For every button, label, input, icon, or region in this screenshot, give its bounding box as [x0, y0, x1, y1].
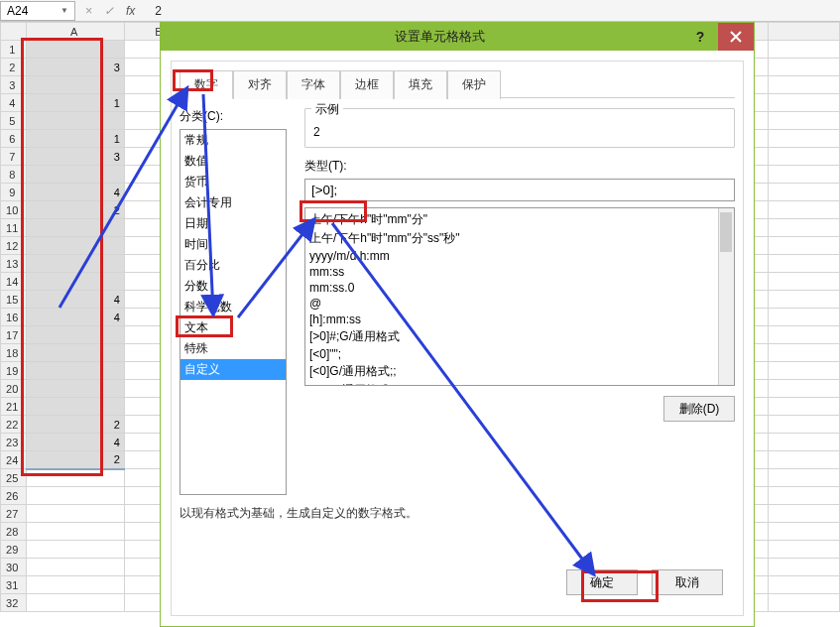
- cell[interactable]: 3: [27, 59, 125, 76]
- row-header[interactable]: 15: [1, 291, 27, 309]
- cell[interactable]: [27, 344, 125, 362]
- cell[interactable]: [768, 94, 839, 112]
- dialog-titlebar[interactable]: 设置单元格格式 ?: [161, 23, 754, 51]
- row-header[interactable]: 6: [1, 130, 27, 148]
- tab-数字[interactable]: 数字: [180, 70, 233, 99]
- column-header[interactable]: A: [27, 23, 125, 41]
- cell[interactable]: [768, 344, 839, 362]
- row-header[interactable]: 30: [1, 559, 27, 576]
- row-header[interactable]: 12: [1, 237, 27, 255]
- cell[interactable]: [768, 148, 839, 166]
- row-header[interactable]: 28: [1, 523, 27, 541]
- row-header[interactable]: 22: [1, 416, 27, 434]
- format-item[interactable]: 上午/下午h"时"mm"分"ss"秒": [309, 229, 730, 248]
- row-header[interactable]: 26: [1, 487, 27, 505]
- row-header[interactable]: 5: [1, 112, 27, 130]
- cell[interactable]: [27, 166, 125, 184]
- cell[interactable]: 4: [27, 291, 125, 309]
- close-button[interactable]: [718, 23, 754, 51]
- row-header[interactable]: 18: [1, 344, 27, 362]
- row-header[interactable]: 27: [1, 505, 27, 523]
- cell[interactable]: [27, 255, 125, 273]
- cell[interactable]: 1: [27, 130, 125, 148]
- format-item[interactable]: 上午/下午h"时"mm"分": [309, 210, 730, 229]
- cell[interactable]: [27, 594, 125, 612]
- format-item[interactable]: yyyy/m/d h:mm: [309, 248, 730, 264]
- format-item[interactable]: [h]:mm:ss: [309, 312, 730, 327]
- format-item[interactable]: [>0]G/通用格式;: [309, 381, 730, 386]
- row-header[interactable]: 9: [1, 184, 27, 201]
- cancel-button[interactable]: 取消: [652, 569, 723, 595]
- row-header[interactable]: 24: [1, 451, 27, 469]
- row-header[interactable]: 29: [1, 541, 27, 559]
- delete-button[interactable]: 删除(D): [663, 396, 735, 422]
- cell[interactable]: [768, 505, 839, 523]
- row-header[interactable]: 14: [1, 273, 27, 291]
- cell[interactable]: [768, 237, 839, 255]
- cell[interactable]: [768, 219, 839, 237]
- cell[interactable]: 2: [27, 416, 125, 434]
- cell[interactable]: [27, 559, 125, 576]
- row-header[interactable]: 17: [1, 326, 27, 344]
- format-item[interactable]: [<0]"";: [309, 346, 730, 362]
- cell[interactable]: [768, 41, 839, 59]
- cell[interactable]: [768, 434, 839, 451]
- check-icon[interactable]: ✓: [104, 4, 114, 18]
- cell[interactable]: [768, 398, 839, 416]
- cell[interactable]: [27, 219, 125, 237]
- row-header[interactable]: 31: [1, 576, 27, 594]
- tab-字体[interactable]: 字体: [287, 70, 340, 99]
- row-header[interactable]: 32: [1, 594, 27, 612]
- cell[interactable]: [768, 362, 839, 380]
- ok-button[interactable]: 确定: [566, 569, 638, 595]
- name-box[interactable]: A24 ▼: [0, 1, 75, 21]
- formula-value[interactable]: 2: [145, 4, 162, 18]
- row-header[interactable]: 2: [1, 59, 27, 76]
- cell[interactable]: [768, 576, 839, 594]
- chevron-down-icon[interactable]: ▼: [60, 6, 68, 15]
- row-header[interactable]: 23: [1, 434, 27, 451]
- cell[interactable]: [768, 594, 839, 612]
- cell[interactable]: [27, 487, 125, 505]
- tab-边框[interactable]: 边框: [340, 70, 394, 99]
- row-header[interactable]: 1: [1, 41, 27, 59]
- cell[interactable]: [27, 326, 125, 344]
- cell[interactable]: 2: [27, 451, 125, 469]
- cell[interactable]: [27, 541, 125, 559]
- help-button[interactable]: ?: [682, 23, 718, 51]
- cell[interactable]: [768, 416, 839, 434]
- format-item[interactable]: mm:ss: [309, 264, 730, 280]
- row-header[interactable]: 19: [1, 362, 27, 380]
- cell[interactable]: [768, 523, 839, 541]
- cell[interactable]: [768, 59, 839, 76]
- cell[interactable]: [768, 451, 839, 469]
- cell[interactable]: [768, 309, 839, 326]
- fx-icon[interactable]: fx: [126, 4, 135, 18]
- cell[interactable]: 1: [27, 94, 125, 112]
- cell[interactable]: 2: [27, 201, 125, 219]
- cell[interactable]: [27, 273, 125, 291]
- cell[interactable]: [768, 559, 839, 576]
- scrollbar-thumb[interactable]: [720, 212, 732, 252]
- category-item[interactable]: 自定义: [180, 359, 286, 380]
- format-item[interactable]: mm:ss.0: [309, 280, 730, 296]
- row-header[interactable]: 16: [1, 309, 27, 326]
- row-header[interactable]: 25: [1, 469, 27, 487]
- scrollbar-track[interactable]: [718, 208, 734, 385]
- cell[interactable]: [768, 273, 839, 291]
- category-item[interactable]: 特殊: [180, 338, 286, 359]
- row-header[interactable]: 7: [1, 148, 27, 166]
- cell[interactable]: [768, 541, 839, 559]
- category-item[interactable]: 日期: [180, 213, 286, 234]
- cell[interactable]: [768, 469, 839, 487]
- cell[interactable]: 4: [27, 309, 125, 326]
- cell[interactable]: [27, 237, 125, 255]
- cell[interactable]: [768, 112, 839, 130]
- category-item[interactable]: 货币: [180, 172, 286, 192]
- cell[interactable]: [27, 362, 125, 380]
- format-item[interactable]: [>0]#;G/通用格式: [309, 327, 730, 346]
- cell[interactable]: [768, 380, 839, 398]
- cell[interactable]: [27, 523, 125, 541]
- category-item[interactable]: 文本: [180, 317, 286, 338]
- cell[interactable]: [27, 380, 125, 398]
